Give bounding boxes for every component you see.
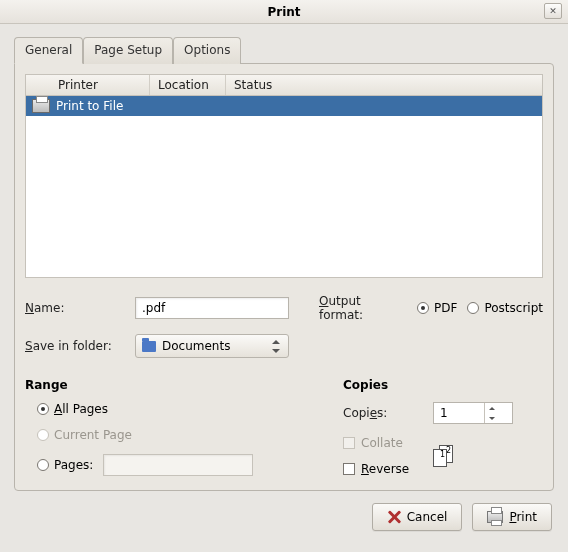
copies-down-icon[interactable] bbox=[485, 413, 498, 423]
printer-list-header: Printer Location Status bbox=[25, 74, 543, 96]
radio-pages[interactable]: Pages: bbox=[37, 458, 93, 472]
folder-icon bbox=[142, 341, 156, 352]
close-icon[interactable]: ✕ bbox=[544, 3, 562, 19]
print-icon bbox=[487, 511, 503, 523]
tab-general[interactable]: General bbox=[14, 37, 83, 64]
dialog-buttons: Cancel Print bbox=[14, 503, 554, 531]
printer-row[interactable]: Print to File bbox=[26, 96, 542, 116]
copies-section: Copies Copies: Collate 21 Reverse bbox=[343, 378, 543, 476]
copies-title: Copies bbox=[343, 378, 543, 392]
column-location[interactable]: Location bbox=[150, 75, 226, 95]
pages-input[interactable] bbox=[103, 454, 253, 476]
window-title: Print bbox=[0, 5, 568, 19]
copies-input[interactable] bbox=[434, 403, 484, 423]
tab-page-setup[interactable]: Page Setup bbox=[83, 37, 173, 64]
printer-name: Print to File bbox=[56, 99, 123, 113]
column-status[interactable]: Status bbox=[226, 75, 542, 95]
printer-list[interactable]: Print to File bbox=[25, 96, 543, 278]
collate-icon: 21 bbox=[433, 445, 457, 467]
checkbox-reverse[interactable]: Reverse bbox=[343, 462, 433, 476]
print-button[interactable]: Print bbox=[472, 503, 552, 531]
range-title: Range bbox=[25, 378, 323, 392]
radio-current-page: Current Page bbox=[37, 428, 323, 442]
save-folder-value: Documents bbox=[162, 339, 230, 353]
copies-label: Copies: bbox=[343, 406, 433, 420]
copies-up-icon[interactable] bbox=[485, 403, 498, 413]
column-printer[interactable]: Printer bbox=[50, 75, 150, 95]
save-folder-label: Save in folder: bbox=[25, 339, 131, 353]
copies-spinbox[interactable] bbox=[433, 402, 513, 424]
dialog-content: General Page Setup Options Printer Locat… bbox=[0, 24, 568, 541]
checkbox-collate: Collate bbox=[343, 436, 433, 450]
title-bar: Print ✕ bbox=[0, 0, 568, 24]
cancel-button[interactable]: Cancel bbox=[372, 503, 463, 531]
output-format-label: Output format: bbox=[319, 294, 407, 322]
name-label: Name: bbox=[25, 301, 131, 315]
radio-postscript[interactable]: Postscript bbox=[467, 301, 543, 315]
name-input[interactable] bbox=[135, 297, 289, 319]
printer-icon bbox=[32, 99, 50, 113]
tab-options[interactable]: Options bbox=[173, 37, 241, 64]
radio-all-pages[interactable]: All Pages bbox=[37, 402, 323, 416]
tab-panel-general: Printer Location Status Print to File Na… bbox=[14, 63, 554, 491]
cancel-icon bbox=[387, 510, 401, 524]
radio-pdf[interactable]: PDF bbox=[417, 301, 457, 315]
range-section: Range All Pages Current Page Pages: bbox=[25, 378, 323, 476]
save-folder-combo[interactable]: Documents bbox=[135, 334, 289, 358]
tab-row: General Page Setup Options bbox=[14, 36, 554, 63]
